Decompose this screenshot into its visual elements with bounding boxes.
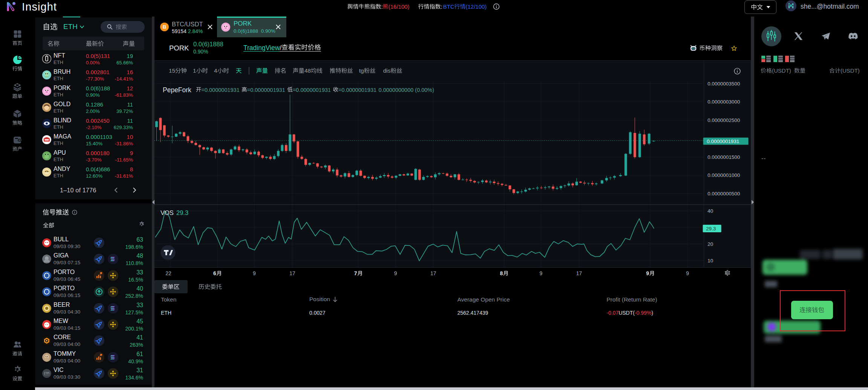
svg-text:40: 40 bbox=[708, 208, 713, 214]
svg-text:6: 6 bbox=[213, 270, 216, 276]
svg-text:9: 9 bbox=[394, 270, 397, 276]
svg-text:20: 20 bbox=[708, 241, 713, 247]
svg-text:=0.0000001931: =0.0000001931 bbox=[247, 87, 285, 93]
svg-text:17: 17 bbox=[430, 270, 436, 276]
svg-text:0.0000001000: 0.0000001000 bbox=[708, 172, 740, 178]
svg-text:0.0000000000 (0.00%): 0.0000000000 (0.00%) bbox=[379, 87, 434, 93]
svg-text:0.0000002500: 0.0000002500 bbox=[708, 117, 740, 123]
svg-text:9: 9 bbox=[539, 270, 542, 276]
svg-text:=0.0000001931: =0.0000001931 bbox=[293, 87, 331, 93]
svg-text:29.3: 29.3 bbox=[706, 226, 716, 232]
svg-text:17: 17 bbox=[289, 270, 295, 276]
svg-text:=0.0000001931: =0.0000001931 bbox=[202, 87, 240, 93]
svg-text:10: 10 bbox=[708, 258, 713, 264]
svg-text:9: 9 bbox=[646, 270, 649, 276]
svg-text:7: 7 bbox=[354, 270, 357, 276]
svg-text:9: 9 bbox=[253, 270, 256, 276]
svg-text:0.0000001931: 0.0000001931 bbox=[707, 139, 739, 144]
svg-text:0.0000001500: 0.0000001500 bbox=[708, 154, 740, 160]
svg-text:22: 22 bbox=[165, 270, 171, 276]
svg-text:0.0000003000: 0.0000003000 bbox=[708, 99, 740, 105]
svg-text:PepeFork: PepeFork bbox=[163, 86, 191, 94]
svg-text:8: 8 bbox=[500, 270, 503, 276]
svg-text:=0.0000001931: =0.0000001931 bbox=[338, 87, 376, 93]
svg-text:9: 9 bbox=[686, 270, 689, 276]
svg-text:0.0000003500: 0.0000003500 bbox=[708, 81, 740, 87]
svg-text:B: B bbox=[163, 24, 167, 30]
svg-text:0.0000000500: 0.0000000500 bbox=[708, 191, 740, 197]
svg-text:17: 17 bbox=[576, 270, 582, 276]
svg-text:29.3: 29.3 bbox=[176, 209, 188, 216]
svg-text:VOS: VOS bbox=[160, 209, 174, 216]
